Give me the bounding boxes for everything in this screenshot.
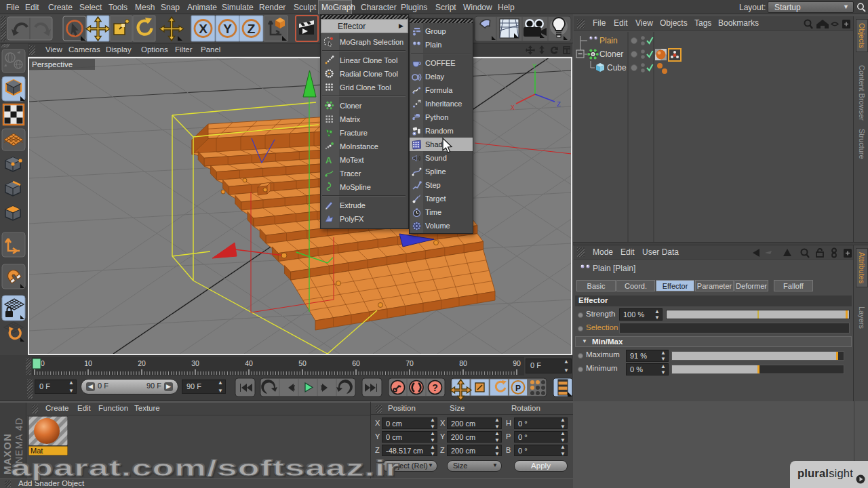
svg-text:P: P: [515, 384, 521, 393]
svg-text:Y: Y: [532, 63, 536, 70]
svg-text:Mat: Mat: [31, 447, 43, 455]
svg-text:60: 60: [352, 359, 360, 367]
svg-text:?: ?: [432, 382, 438, 393]
svg-text:0: 0: [41, 359, 45, 367]
svg-text:30: 30: [191, 359, 199, 367]
svg-text:20: 20: [138, 359, 146, 367]
svg-text:40: 40: [245, 359, 253, 367]
svg-text:90: 90: [513, 359, 521, 367]
svg-text:Cube: Cube: [607, 63, 627, 73]
svg-text:10: 10: [84, 359, 92, 367]
svg-text:80: 80: [459, 359, 467, 367]
svg-text:Cloner: Cloner: [599, 49, 623, 59]
svg-text:X: X: [511, 104, 515, 112]
svg-text:A: A: [326, 155, 332, 165]
svg-text:Z: Z: [557, 101, 561, 108]
svg-text:Plain: Plain: [599, 36, 618, 45]
svg-text:Z: Z: [248, 22, 256, 36]
svg-text:50: 50: [298, 359, 307, 367]
svg-text:X: X: [199, 22, 208, 36]
svg-text:70: 70: [406, 359, 414, 367]
svg-text:Y: Y: [223, 22, 232, 36]
svg-text:Perspective: Perspective: [32, 60, 73, 68]
